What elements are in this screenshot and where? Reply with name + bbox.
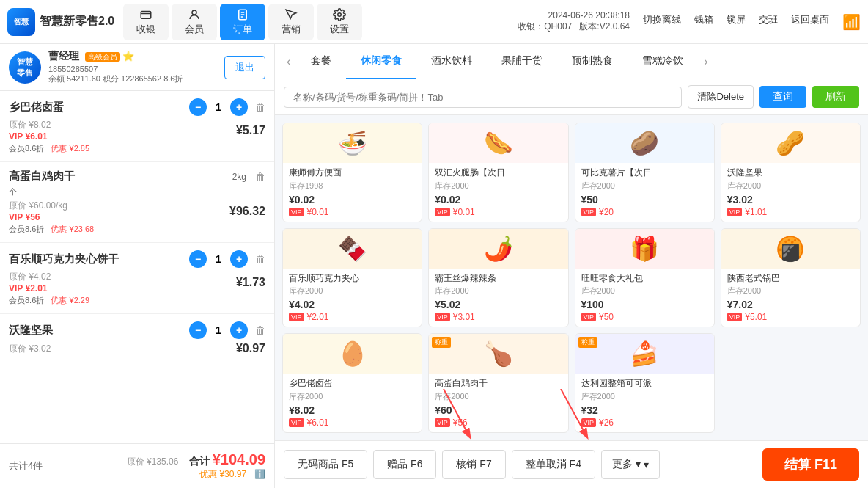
product-card[interactable]: 🌶️ 霸王丝爆辣辣条 库存2000 ¥5.02 VIP ¥3.01 bbox=[428, 228, 568, 328]
product-card[interactable]: 🍫 百乐顺巧克力夹心 库存2000 ¥4.02 VIP ¥2.01 bbox=[282, 228, 422, 328]
product-name: 高蛋白鸡肉干 bbox=[435, 378, 562, 390]
no-code-product-button[interactable]: 无码商品 F5 bbox=[284, 450, 367, 479]
product-vip: VIP ¥26 bbox=[581, 418, 708, 428]
product-card[interactable]: 🥚 乡巴佬卤蛋 库存2000 ¥8.02 VIP ¥6.01 bbox=[282, 333, 422, 433]
query-button[interactable]: 查询 bbox=[760, 86, 806, 108]
qty-decrease-button[interactable]: − bbox=[189, 250, 207, 268]
delete-item-button[interactable]: 🗑 bbox=[255, 253, 265, 265]
product-stock: 库存2000 bbox=[435, 391, 562, 402]
category-item-4[interactable]: 预制熟食 bbox=[557, 44, 628, 79]
vip-price: ¥5.01 bbox=[745, 312, 767, 322]
nav-btn-cashier[interactable]: 收银 bbox=[123, 4, 169, 40]
back-desktop-btn[interactable]: 返回桌面 bbox=[791, 13, 829, 31]
nav-btn-member[interactable]: 会员 bbox=[172, 4, 217, 40]
qty-increase-button[interactable]: + bbox=[230, 321, 248, 339]
category-item-3[interactable]: 果脯干货 bbox=[487, 44, 557, 79]
discount-row: 会员8.6折 优惠 ¥2.85 bbox=[9, 143, 265, 154]
category-item-2[interactable]: 酒水饮料 bbox=[416, 44, 487, 79]
cat-prev-button[interactable]: ‹ bbox=[281, 55, 296, 68]
nav-btn-marketing[interactable]: 营销 bbox=[268, 4, 314, 40]
product-info: 乡巴佬卤蛋 库存2000 ¥8.02 VIP ¥6.01 bbox=[283, 374, 422, 432]
nav-btn-order[interactable]: 订单 bbox=[220, 4, 265, 40]
product-stock: 库存2000 bbox=[289, 391, 416, 402]
shift-btn[interactable]: 交班 bbox=[759, 13, 778, 31]
product-card[interactable]: 称重 🍰 达利园整箱可可派 库存2000 ¥32 VIP ¥26 bbox=[575, 333, 715, 433]
product-stock: 库存2000 bbox=[289, 285, 416, 296]
product-info: 百乐顺巧克力夹心 库存2000 ¥4.02 VIP ¥2.01 bbox=[283, 269, 422, 327]
product-stock: 库存2000 bbox=[435, 181, 562, 192]
product-info: 陕西老式锅巴 库存2000 ¥7.02 VIP ¥5.01 bbox=[721, 269, 860, 327]
cart-item: 百乐顺巧克力夹心饼干 − 1 + 🗑 原价 ¥4.02 VIP ¥2.01 ¥1… bbox=[0, 243, 274, 314]
cart-item: 乡巴佬卤蛋 − 1 + 🗑 原价 ¥8.02 VIP ¥6.01 ¥5.17 bbox=[0, 91, 274, 162]
orig-price: 原价 ¥60.00/kg bbox=[9, 200, 67, 211]
product-price: ¥50 bbox=[581, 194, 708, 205]
product-vip: VIP ¥0.01 bbox=[435, 207, 562, 217]
svg-point-7 bbox=[338, 12, 342, 16]
product-info: 双汇火腿肠【次日 库存2000 ¥0.02 VIP ¥0.01 bbox=[429, 163, 567, 222]
checkout-button[interactable]: 结算 F11 bbox=[762, 448, 859, 481]
qty-value: 1 bbox=[211, 324, 226, 336]
category-item-1[interactable]: 休闲零食 bbox=[346, 44, 416, 79]
more-button[interactable]: 更多 ▾ ▾ bbox=[601, 450, 660, 479]
product-stock: 库存2000 bbox=[435, 285, 562, 296]
product-card[interactable]: 称重 🍗 高蛋白鸡肉干 库存2000 ¥60 VIP ¥56 bbox=[428, 333, 568, 433]
gift-button[interactable]: 赠品 F6 bbox=[373, 450, 436, 479]
cart-count-area: 共计4件 bbox=[9, 459, 43, 473]
qty-increase-button[interactable]: + bbox=[230, 98, 248, 116]
clear-search-button[interactable]: 清除Delete bbox=[688, 85, 754, 109]
product-card[interactable]: 🌭 双汇火腿肠【次日 库存2000 ¥0.02 VIP ¥0.01 bbox=[428, 123, 568, 222]
orig-price: 原价 ¥8.02 bbox=[9, 120, 51, 130]
search-input[interactable] bbox=[284, 87, 682, 108]
qty-decrease-button[interactable]: − bbox=[189, 98, 207, 116]
delete-item-button[interactable]: 🗑 bbox=[255, 324, 265, 336]
product-info: 旺旺零食大礼包 库存2000 ¥100 VIP ¥50 bbox=[575, 269, 714, 327]
product-price: ¥8.02 bbox=[289, 404, 416, 416]
cart-item-name: 乡巴佬卤蛋 bbox=[9, 101, 189, 114]
vip-price: ¥56 bbox=[453, 418, 468, 428]
lock-screen-btn[interactable]: 锁屏 bbox=[727, 13, 746, 31]
product-price: ¥3.02 bbox=[727, 194, 854, 205]
orig-price: 原价 ¥3.02 bbox=[9, 343, 51, 354]
datetime-display: 2024-06-26 20:38:18 bbox=[548, 10, 630, 21]
product-card[interactable]: 🍜 康师傅方便面 库存1998 ¥0.02 VIP ¥0.01 bbox=[282, 123, 422, 222]
qty-decrease-button[interactable]: − bbox=[189, 321, 207, 339]
product-price: ¥5.02 bbox=[435, 299, 562, 310]
product-name: 乡巴佬卤蛋 bbox=[289, 378, 416, 390]
vip-price: ¥26 bbox=[599, 418, 614, 428]
vip-price: VIP ¥56 bbox=[9, 212, 40, 222]
item-total: ¥1.73 bbox=[236, 276, 265, 289]
product-price: ¥60 bbox=[435, 404, 562, 416]
product-vip: VIP ¥5.01 bbox=[727, 312, 854, 322]
cat-next-button[interactable]: › bbox=[698, 55, 713, 68]
cash-drawer-btn[interactable]: 钱箱 bbox=[694, 13, 713, 31]
product-card[interactable]: 🎁 旺旺零食大礼包 库存2000 ¥100 VIP ¥50 bbox=[575, 228, 715, 328]
product-vip: VIP ¥0.01 bbox=[289, 207, 416, 217]
cart-count: 共计4件 bbox=[9, 460, 43, 471]
nav-btn-settings[interactable]: 设置 bbox=[317, 4, 362, 40]
vip-badge: VIP bbox=[727, 313, 743, 321]
product-card[interactable]: 🥔 可比克薯片【次日 库存2000 ¥50 VIP ¥20 bbox=[575, 123, 715, 222]
price-info: 原价 ¥60.00/kg VIP ¥56 bbox=[9, 200, 67, 222]
product-price: ¥4.02 bbox=[289, 299, 416, 310]
product-card[interactable]: 🍘 陕西老式锅巴 库存2000 ¥7.02 VIP ¥5.01 bbox=[721, 228, 861, 328]
product-price: ¥32 bbox=[581, 404, 708, 416]
cancel-order-button[interactable]: 整单取消 F4 bbox=[512, 450, 595, 479]
delete-item-button[interactable]: 🗑 bbox=[255, 171, 265, 183]
category-item-0[interactable]: 套餐 bbox=[296, 44, 346, 79]
refresh-button[interactable]: 刷新 bbox=[812, 86, 859, 108]
qty-increase-button[interactable]: + bbox=[230, 250, 248, 268]
product-vip: VIP ¥1.01 bbox=[727, 207, 854, 217]
product-stock: 库存2000 bbox=[581, 285, 708, 296]
qty-controls: − 1 + 🗑 bbox=[189, 98, 265, 116]
delete-item-button[interactable]: 🗑 bbox=[255, 101, 265, 113]
product-name: 达利园整箱可可派 bbox=[581, 378, 708, 390]
cart-footer: 共计4件 原价 ¥135.06 合计 ¥104.09 优惠 ¥30.97 ℹ️ bbox=[0, 443, 274, 488]
logout-button[interactable]: 退出 bbox=[224, 56, 265, 79]
discount-total: 优惠 ¥30.97 bbox=[199, 469, 246, 479]
category-item-5[interactable]: 雪糕冷饮 bbox=[628, 44, 698, 79]
product-stock: 库存2000 bbox=[727, 181, 854, 192]
product-card[interactable]: 🥜 沃隆坚果 库存2000 ¥3.02 VIP ¥1.01 bbox=[721, 123, 861, 222]
user-balance: 余额 54211.60 积分 122865562 8.6折 bbox=[48, 73, 217, 84]
switch-offline-btn[interactable]: 切换离线 bbox=[643, 13, 681, 31]
cancel-verify-button[interactable]: 核销 F7 bbox=[442, 450, 505, 479]
